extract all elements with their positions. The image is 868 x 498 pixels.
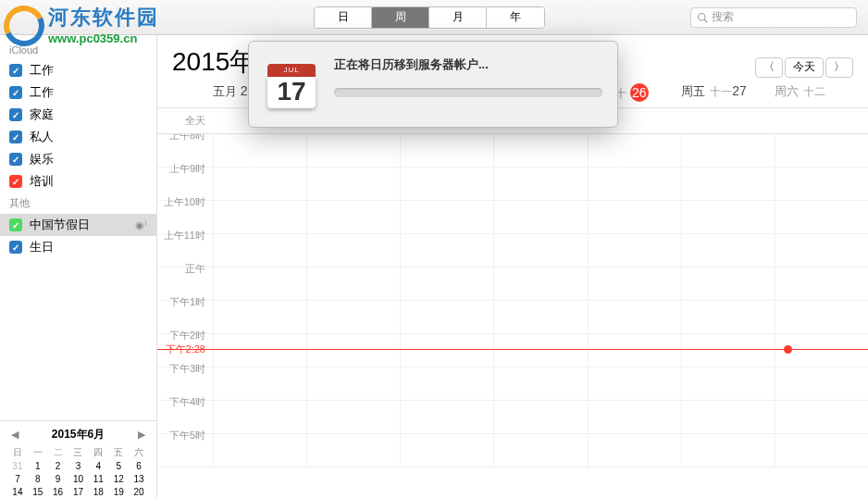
grid-cell[interactable] — [213, 367, 306, 400]
grid-cell[interactable] — [588, 268, 681, 300]
grid-cell[interactable] — [588, 301, 681, 333]
checkbox-icon[interactable]: ✓ — [9, 64, 22, 77]
mini-day[interactable]: 9 — [48, 473, 68, 485]
grid-cell[interactable] — [400, 434, 493, 467]
grid-cell[interactable] — [400, 134, 493, 167]
mini-day[interactable]: 14 — [7, 486, 28, 498]
mini-prev-button[interactable]: ◀ — [7, 429, 22, 441]
grid-cell[interactable] — [681, 401, 775, 433]
grid-cell[interactable] — [775, 168, 868, 200]
grid-cell[interactable] — [681, 201, 775, 233]
grid-cell[interactable] — [213, 168, 306, 200]
grid-cell[interactable] — [306, 367, 400, 400]
mini-day[interactable]: 15 — [28, 486, 48, 498]
grid-cell[interactable] — [775, 301, 868, 333]
today-button[interactable]: 今天 — [785, 57, 824, 78]
grid-cell[interactable] — [681, 334, 775, 367]
view-month-button[interactable]: 月 — [429, 7, 487, 28]
mini-day[interactable]: 3 — [68, 460, 89, 472]
mini-day[interactable]: 12 — [108, 473, 129, 485]
grid-cell[interactable] — [681, 301, 775, 333]
mini-day[interactable]: 4 — [88, 460, 108, 472]
grid-cell[interactable] — [775, 234, 868, 267]
mini-day[interactable]: 10 — [68, 473, 89, 485]
grid-cell[interactable] — [588, 201, 681, 233]
grid-cell[interactable] — [306, 434, 400, 467]
mini-day[interactable]: 17 — [68, 486, 89, 498]
grid-cell[interactable] — [306, 234, 400, 267]
mini-day[interactable]: 2 — [48, 460, 68, 472]
grid-cell[interactable] — [493, 334, 587, 367]
mini-day[interactable]: 13 — [129, 473, 149, 485]
mini-day[interactable]: 7 — [7, 473, 28, 485]
checkbox-icon[interactable]: ✓ — [9, 108, 22, 121]
grid-cell[interactable] — [588, 367, 681, 400]
grid-cell[interactable] — [213, 268, 306, 300]
grid-cell[interactable] — [400, 401, 493, 433]
grid-cell[interactable] — [681, 134, 775, 167]
grid-cell[interactable] — [400, 234, 493, 267]
grid-cell[interactable] — [493, 201, 587, 233]
grid-cell[interactable] — [213, 434, 306, 467]
grid-cell[interactable] — [306, 268, 400, 300]
grid-cell[interactable] — [400, 334, 493, 367]
grid-cell[interactable] — [775, 201, 868, 233]
grid-cell[interactable] — [588, 134, 681, 167]
grid-cell[interactable] — [588, 334, 681, 367]
grid-cell[interactable] — [493, 401, 587, 433]
mini-day[interactable]: 18 — [88, 486, 108, 498]
mini-next-button[interactable]: ▶ — [134, 429, 149, 441]
grid-cell[interactable] — [213, 134, 306, 167]
grid-cell[interactable] — [306, 168, 400, 200]
mini-day[interactable]: 5 — [108, 460, 129, 472]
grid-cell[interactable] — [775, 268, 868, 300]
mini-day[interactable]: 31 — [7, 460, 28, 472]
grid-cell[interactable] — [306, 334, 400, 367]
grid-cell[interactable] — [493, 301, 587, 333]
mini-day[interactable]: 8 — [28, 473, 48, 485]
grid-cell[interactable] — [400, 367, 493, 400]
mini-day[interactable]: 19 — [108, 486, 129, 498]
calendar-item[interactable]: ✓工作 — [0, 59, 156, 81]
grid-cell[interactable] — [306, 201, 400, 233]
checkbox-icon[interactable]: ✓ — [9, 175, 22, 188]
mini-day[interactable]: 16 — [48, 486, 68, 498]
grid-cell[interactable] — [588, 401, 681, 433]
checkbox-icon[interactable]: ✓ — [9, 86, 22, 99]
grid-cell[interactable] — [306, 301, 400, 333]
mini-day[interactable]: 6 — [129, 460, 149, 472]
search-input[interactable]: 搜索 — [690, 7, 857, 28]
grid-cell[interactable] — [400, 201, 493, 233]
grid-cell[interactable] — [213, 334, 306, 367]
grid-cell[interactable] — [775, 134, 868, 167]
grid-cell[interactable] — [493, 168, 587, 200]
mini-day[interactable]: 20 — [129, 486, 149, 498]
grid-cell[interactable] — [306, 134, 400, 167]
grid-cell[interactable] — [588, 434, 681, 467]
week-grid[interactable]: 上午8时上午9时上午10时上午11时正午下午1时下午2时下午3时下午4时下午5时… — [157, 134, 868, 498]
grid-cell[interactable] — [775, 434, 868, 467]
view-year-button[interactable]: 年 — [487, 7, 544, 28]
grid-cell[interactable] — [681, 268, 775, 300]
calendar-item[interactable]: ✓私人 — [0, 126, 156, 148]
checkbox-icon[interactable]: ✓ — [9, 153, 22, 166]
grid-cell[interactable] — [493, 134, 587, 167]
checkbox-icon[interactable]: ✓ — [9, 218, 22, 231]
grid-cell[interactable] — [493, 434, 587, 467]
grid-cell[interactable] — [775, 401, 868, 433]
calendar-item[interactable]: ✓工作 — [0, 81, 156, 104]
calendar-item[interactable]: ✓家庭 — [0, 104, 156, 126]
mini-day[interactable]: 11 — [88, 473, 108, 485]
checkbox-icon[interactable]: ✓ — [9, 131, 22, 143]
calendar-item[interactable]: ✓培训 — [0, 170, 156, 193]
grid-cell[interactable] — [306, 401, 400, 433]
grid-cell[interactable] — [681, 168, 775, 200]
grid-cell[interactable] — [400, 168, 493, 200]
view-week-button[interactable]: 周 — [372, 7, 429, 28]
grid-cell[interactable] — [775, 367, 868, 400]
grid-cell[interactable] — [493, 367, 587, 400]
grid-cell[interactable] — [213, 234, 306, 267]
grid-cell[interactable] — [400, 301, 493, 333]
grid-cell[interactable] — [588, 168, 681, 200]
prev-week-button[interactable]: 〈 — [755, 57, 783, 78]
